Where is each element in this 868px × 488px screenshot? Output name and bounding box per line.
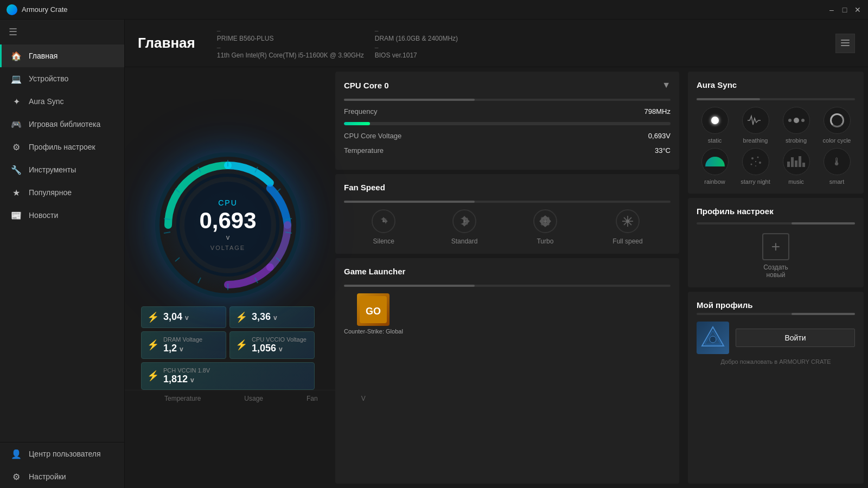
fan-option-turbo[interactable]: Turbo	[533, 209, 557, 245]
sidebar-menu-toggle[interactable]: ☰	[0, 20, 124, 44]
sidebar-item-popular[interactable]: ★ Популярное	[0, 181, 124, 204]
game-scrollbar-thumb	[344, 285, 475, 287]
svg-text:GO: GO	[366, 306, 381, 317]
svg-line-15	[164, 232, 170, 233]
cpu-info: – 11th Gen Intel(R) Core(TM) i5-11600K @…	[217, 44, 364, 59]
sidebar-item-profiles[interactable]: ⚙ Профиль настроек	[0, 136, 124, 158]
svg-point-31	[757, 157, 758, 158]
aura-option-rainbow[interactable]: rainbow	[697, 148, 733, 185]
game-name-csgo: Counter-Strike: Global	[344, 328, 403, 335]
profile-scrollbar[interactable]	[697, 222, 855, 224]
aura-smart-label: smart	[829, 178, 845, 185]
sidebar-bottom: 👤 Центр пользователя ⚙ Настройки	[0, 442, 124, 488]
cpu-core-scrollbar[interactable]	[344, 99, 671, 101]
profile-avatar	[697, 322, 729, 354]
aura-scrollbar-thumb	[697, 98, 760, 100]
create-profile-label: Создатьновый	[763, 264, 788, 279]
game-scrollbar[interactable]	[344, 285, 671, 287]
system-info: – PRIME B560-PLUS – 11th Gen Intel(R) Co…	[217, 27, 364, 59]
strobing-dot-3	[801, 119, 805, 122]
minimize-button[interactable]: –	[828, 6, 835, 14]
svg-point-20	[382, 220, 385, 222]
cpu-core-section: CPU Core 0 ▼ Frequency 798MHz	[335, 72, 679, 170]
sidebar-item-usercenter[interactable]: 👤 Центр пользователя	[0, 442, 124, 465]
sidebar-item-aura[interactable]: ✦ Aura Sync	[0, 90, 124, 113]
svg-point-27	[626, 220, 629, 223]
music-bar-2	[791, 157, 794, 167]
svg-point-30	[751, 157, 754, 159]
sidebar: ☰ 🏠 Главная 💻 Устройство ✦ Aura Sync 🎮 И…	[0, 20, 125, 488]
fan-option-fullspeed[interactable]: Full speed	[612, 209, 642, 245]
system-info-right: – DRAM (16.0GB & 2400MHz) – BIOS ver.101…	[375, 27, 458, 59]
sidebar-item-tools[interactable]: 🔧 Инструменты	[0, 158, 124, 181]
voltage-cards: ⚡ 3,04 v ⚡ 3,36 v ⚡ DRAM	[136, 306, 320, 390]
aura-scrollbar[interactable]	[697, 98, 855, 100]
maximize-button[interactable]: □	[841, 6, 848, 14]
cpu-core-dropdown[interactable]: ▼	[662, 80, 671, 90]
window-controls: – □ ✕	[828, 6, 861, 14]
voltage-value-v1: 3,04 v	[163, 311, 220, 323]
sidebar-item-games-label: Игровая библиотека	[29, 120, 100, 129]
sidebar-item-home[interactable]: 🏠 Главная	[0, 44, 124, 67]
aura-option-strobing[interactable]: strobing	[778, 107, 814, 144]
aura-option-music[interactable]: music	[778, 148, 814, 185]
voltage-card-v1: ⚡ 3,04 v	[141, 306, 226, 328]
svg-rect-2	[841, 40, 850, 41]
game-launcher-section: Game Launcher GO	[335, 258, 679, 484]
aura-option-smart[interactable]: 🌡 smart	[819, 148, 855, 185]
music-bars	[787, 156, 805, 167]
game-launcher-header: Game Launcher	[344, 267, 671, 276]
fan-scrollbar[interactable]	[344, 201, 671, 203]
game-item-csgo[interactable]: GO Counter-Strike: Global	[344, 293, 403, 335]
fan-scrollbar-thumb	[344, 201, 475, 203]
pch-voltage-label: PCH VCCIN 1.8V	[163, 367, 309, 374]
aura-music-label: music	[788, 178, 804, 185]
gauge-cpu-label: CPU	[199, 198, 256, 207]
titlebar: Armoury Crate – □ ✕	[0, 0, 868, 20]
tools-icon: 🔧	[10, 164, 22, 176]
sidebar-item-settings-label: Настройки	[29, 472, 66, 481]
sidebar-item-games[interactable]: 🎮 Игровая библиотека	[0, 113, 124, 136]
table-header-usage: Usage	[244, 395, 263, 402]
sidebar-item-device[interactable]: 💻 Устройство	[0, 67, 124, 90]
temperature-label: Temperature	[344, 146, 384, 155]
sidebar-item-news-label: Новости	[29, 211, 58, 220]
aura-option-breathing[interactable]: breathing	[737, 107, 774, 144]
aura-option-starrynight[interactable]: starry night	[737, 148, 774, 185]
content-area: CPU 0,693 v VOLTAGE ⚡ 3,04 v	[125, 67, 868, 488]
middle-panel: CPU Core 0 ▼ Frequency 798MHz	[331, 67, 684, 488]
login-button[interactable]: Войти	[736, 329, 855, 347]
music-bar-4	[799, 156, 801, 167]
svg-point-35	[755, 161, 756, 162]
close-button[interactable]: ✕	[854, 6, 861, 14]
table-header-v: V	[361, 395, 366, 402]
sidebar-item-news[interactable]: 📰 Новости	[0, 204, 124, 227]
edit-button[interactable]	[835, 34, 855, 53]
color-cycle-ring	[830, 113, 844, 127]
fan-option-standard[interactable]: Standard	[451, 209, 478, 245]
page-header: Главная – PRIME B560-PLUS – 11th Gen Int…	[125, 20, 868, 67]
lightning-icon-pch: ⚡	[147, 370, 159, 382]
device-icon: 💻	[10, 73, 22, 85]
fan-option-silence[interactable]: Silence	[372, 209, 395, 245]
sidebar-item-settings[interactable]: ⚙ Настройки	[0, 465, 124, 488]
lightning-icon-vccio: ⚡	[235, 339, 247, 351]
sidebar-item-popular-label: Популярное	[29, 188, 72, 197]
aura-option-colorcycle[interactable]: color cycle	[819, 107, 855, 144]
page-title: Главная	[138, 35, 195, 52]
lightning-icon-1: ⚡	[147, 311, 159, 323]
aura-option-static[interactable]: static	[697, 107, 733, 144]
my-profile-title: Мой профиль	[697, 300, 753, 310]
create-profile-button[interactable]: + Создатьновый	[762, 233, 789, 279]
settings-profile-section: Профиль настроек + Создатьновый	[688, 198, 864, 287]
temperature-value: 33°C	[655, 146, 671, 155]
svg-rect-0	[841, 45, 850, 46]
fan-silence-label: Silence	[373, 237, 394, 245]
aura-colorcycle-icon	[824, 107, 851, 134]
my-profile-scrollbar[interactable]	[697, 313, 855, 315]
news-icon: 📰	[10, 209, 22, 221]
scrollbar-thumb	[344, 99, 475, 101]
aura-sync-header: Aura Sync	[697, 80, 855, 89]
app-icon	[7, 4, 17, 15]
svg-point-22	[544, 220, 546, 222]
